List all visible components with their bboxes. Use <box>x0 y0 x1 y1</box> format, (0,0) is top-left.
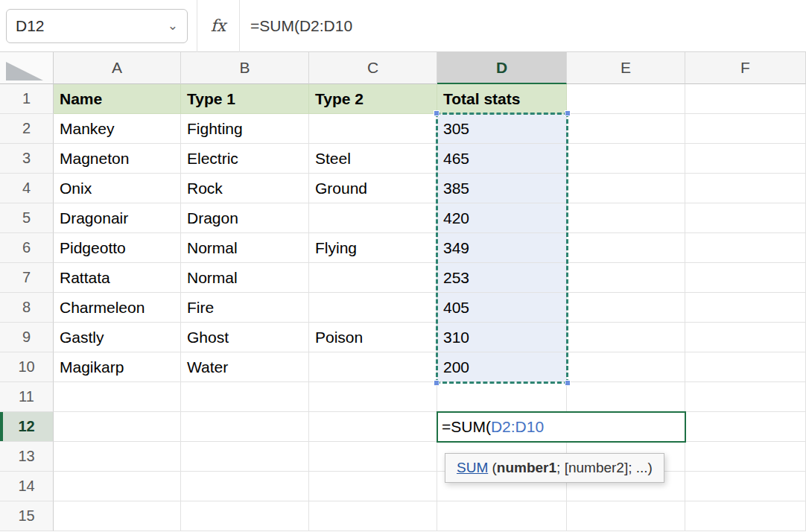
cell-f5[interactable] <box>685 203 806 233</box>
column-header-c[interactable]: C <box>309 52 437 84</box>
cell-d8[interactable]: 405 <box>437 293 567 323</box>
cell-d11[interactable] <box>437 382 567 412</box>
cell-e7[interactable] <box>567 263 685 293</box>
column-header-f[interactable]: F <box>685 52 806 84</box>
cell-f15[interactable] <box>685 501 806 531</box>
cell-d9[interactable]: 310 <box>437 323 567 352</box>
cell-b14[interactable] <box>181 472 309 501</box>
cell-b2[interactable]: Fighting <box>181 114 309 144</box>
cell-c10[interactable] <box>309 352 437 382</box>
cell-f9[interactable] <box>685 323 806 352</box>
cell-f10[interactable] <box>685 352 806 382</box>
cell-a1[interactable]: Name <box>54 84 181 114</box>
cell-c14[interactable] <box>309 472 437 501</box>
cell-a2[interactable]: Mankey <box>54 114 181 144</box>
cell-f13[interactable] <box>685 442 806 472</box>
cell-a15[interactable] <box>54 501 181 531</box>
cell-b13[interactable] <box>181 442 309 472</box>
column-header-e[interactable]: E <box>567 52 685 84</box>
column-header-d-selected[interactable]: D <box>437 52 567 84</box>
cell-b3[interactable]: Electric <box>181 144 309 174</box>
cell-d7[interactable]: 253 <box>437 263 567 293</box>
cell-b12[interactable] <box>181 412 309 442</box>
cell-c8[interactable] <box>309 293 437 323</box>
cell-f2[interactable] <box>685 114 806 144</box>
row-header-5[interactable]: 5 <box>0 203 54 233</box>
cell-d6[interactable]: 349 <box>437 233 567 263</box>
cell-e1[interactable] <box>567 84 685 114</box>
cell-d5[interactable]: 420 <box>437 203 567 233</box>
cell-f6[interactable] <box>685 233 806 263</box>
cell-f3[interactable] <box>685 144 806 174</box>
cell-d10[interactable]: 200 <box>437 352 567 382</box>
cell-e15[interactable] <box>567 501 685 531</box>
cell-a11[interactable] <box>54 382 181 412</box>
cell-b15[interactable] <box>181 501 309 531</box>
cell-d4[interactable]: 385 <box>437 174 567 203</box>
cell-d1[interactable]: Total stats <box>437 84 567 114</box>
cell-e9[interactable] <box>567 323 685 352</box>
row-header-7[interactable]: 7 <box>0 263 54 293</box>
row-header-9[interactable]: 9 <box>0 323 54 352</box>
row-header-11[interactable]: 11 <box>0 382 54 412</box>
cell-f4[interactable] <box>685 174 806 203</box>
cell-b6[interactable]: Normal <box>181 233 309 263</box>
row-header-2[interactable]: 2 <box>0 114 54 144</box>
row-header-3[interactable]: 3 <box>0 144 54 174</box>
cell-a4[interactable]: Onix <box>54 174 181 203</box>
cell-a8[interactable]: Charmeleon <box>54 293 181 323</box>
cell-a6[interactable]: Pidgeotto <box>54 233 181 263</box>
cell-e11[interactable] <box>567 382 685 412</box>
cell-a14[interactable] <box>54 472 181 501</box>
cell-e5[interactable] <box>567 203 685 233</box>
row-header-13[interactable]: 13 <box>0 442 54 472</box>
chevron-down-icon[interactable]: ⌄ <box>168 19 178 32</box>
cell-c13[interactable] <box>309 442 437 472</box>
cell-c15[interactable] <box>309 501 437 531</box>
cell-f7[interactable] <box>685 263 806 293</box>
row-header-12-active[interactable]: 12 <box>0 412 54 442</box>
row-header-15[interactable]: 15 <box>0 501 54 531</box>
cell-c6[interactable]: Flying <box>309 233 437 263</box>
cell-f8[interactable] <box>685 293 806 323</box>
cell-d2[interactable]: 305 <box>437 114 567 144</box>
sum-function-link[interactable]: SUM <box>457 460 488 475</box>
cell-c1[interactable]: Type 2 <box>309 84 437 114</box>
cell-c7[interactable] <box>309 263 437 293</box>
cell-c11[interactable] <box>309 382 437 412</box>
name-box[interactable]: D12 ⌄ <box>6 9 188 43</box>
cell-a10[interactable]: Magikarp <box>54 352 181 382</box>
cell-b8[interactable]: Fire <box>181 293 309 323</box>
cell-c9[interactable]: Poison <box>309 323 437 352</box>
row-header-14[interactable]: 14 <box>0 472 54 501</box>
row-header-8[interactable]: 8 <box>0 293 54 323</box>
cell-f12[interactable] <box>685 412 806 442</box>
fx-icon[interactable]: fx <box>197 16 239 35</box>
cell-d3[interactable]: 465 <box>437 144 567 174</box>
select-all-button[interactable] <box>0 52 54 84</box>
cell-a9[interactable]: Gastly <box>54 323 181 352</box>
cell-e10[interactable] <box>567 352 685 382</box>
cell-e4[interactable] <box>567 174 685 203</box>
cell-b9[interactable]: Ghost <box>181 323 309 352</box>
cell-a13[interactable] <box>54 442 181 472</box>
cell-e6[interactable] <box>567 233 685 263</box>
cell-d15[interactable] <box>437 501 567 531</box>
cell-e3[interactable] <box>567 144 685 174</box>
cell-b11[interactable] <box>181 382 309 412</box>
cell-b4[interactable]: Rock <box>181 174 309 203</box>
cell-a12[interactable] <box>54 412 181 442</box>
cell-c4[interactable]: Ground <box>309 174 437 203</box>
cell-e8[interactable] <box>567 293 685 323</box>
cell-f1[interactable] <box>685 84 806 114</box>
cell-e2[interactable] <box>567 114 685 144</box>
row-header-6[interactable]: 6 <box>0 233 54 263</box>
cell-f14[interactable] <box>685 472 806 501</box>
row-header-4[interactable]: 4 <box>0 174 54 203</box>
cell-c5[interactable] <box>309 203 437 233</box>
cell-a3[interactable]: Magneton <box>54 144 181 174</box>
column-header-a[interactable]: A <box>54 52 181 84</box>
cell-b7[interactable]: Normal <box>181 263 309 293</box>
row-header-1[interactable]: 1 <box>0 84 54 114</box>
formula-bar-input[interactable]: =SUM(D2:D10 <box>240 17 806 35</box>
